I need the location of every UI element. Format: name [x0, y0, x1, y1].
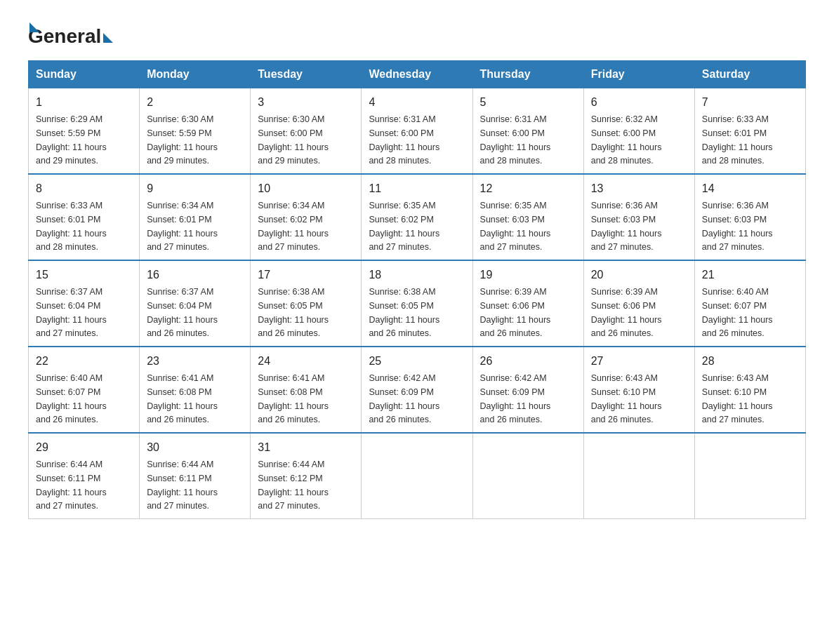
day-number: 8: [36, 180, 132, 197]
day-number: 27: [591, 353, 687, 370]
calendar-cell: 10 Sunrise: 6:34 AMSunset: 6:02 PMDaylig…: [251, 174, 362, 260]
day-info: Sunrise: 6:34 AMSunset: 6:02 PMDaylight:…: [258, 201, 329, 252]
calendar-week-row: 1 Sunrise: 6:29 AMSunset: 5:59 PMDayligh…: [29, 88, 806, 175]
calendar-cell: 24 Sunrise: 6:41 AMSunset: 6:08 PMDaylig…: [251, 347, 362, 433]
day-info: Sunrise: 6:31 AMSunset: 6:00 PMDaylight:…: [369, 114, 439, 166]
day-info: Sunrise: 6:43 AMSunset: 6:10 PMDaylight:…: [702, 373, 773, 424]
calendar-week-row: 15 Sunrise: 6:37 AMSunset: 6:04 PMDaylig…: [29, 260, 806, 347]
day-number: 7: [702, 94, 798, 111]
day-info: Sunrise: 6:31 AMSunset: 6:00 PMDaylight:…: [480, 114, 551, 166]
calendar-cell: 14 Sunrise: 6:36 AMSunset: 6:03 PMDaylig…: [694, 174, 805, 260]
calendar-cell: 30 Sunrise: 6:44 AMSunset: 6:11 PMDaylig…: [140, 433, 251, 519]
calendar-cell: 27 Sunrise: 6:43 AMSunset: 6:10 PMDaylig…: [583, 347, 694, 433]
day-number: 13: [591, 180, 687, 197]
page-header: General: [28, 21, 806, 48]
calendar-cell: 9 Sunrise: 6:34 AMSunset: 6:01 PMDayligh…: [140, 174, 251, 260]
day-info: Sunrise: 6:37 AMSunset: 6:04 PMDaylight:…: [147, 287, 218, 338]
calendar-week-row: 8 Sunrise: 6:33 AMSunset: 6:01 PMDayligh…: [29, 174, 806, 260]
day-info: Sunrise: 6:39 AMSunset: 6:06 PMDaylight:…: [480, 287, 551, 338]
day-info: Sunrise: 6:33 AMSunset: 6:01 PMDaylight:…: [36, 201, 107, 252]
calendar-cell: [583, 433, 694, 519]
day-number: 6: [591, 94, 687, 111]
calendar-cell: [472, 433, 583, 519]
day-number: 18: [369, 267, 465, 283]
day-info: Sunrise: 6:43 AMSunset: 6:10 PMDaylight:…: [591, 373, 662, 424]
calendar-cell: 7 Sunrise: 6:33 AMSunset: 6:01 PMDayligh…: [694, 88, 805, 175]
calendar-week-row: 29 Sunrise: 6:44 AMSunset: 6:11 PMDaylig…: [29, 433, 806, 519]
header-friday: Friday: [583, 61, 694, 88]
calendar-cell: 23 Sunrise: 6:41 AMSunset: 6:08 PMDaylig…: [140, 347, 251, 433]
day-number: 10: [258, 180, 354, 197]
header-monday: Monday: [140, 61, 251, 88]
calendar-cell: [694, 433, 805, 519]
calendar-cell: 18 Sunrise: 6:38 AMSunset: 6:05 PMDaylig…: [362, 260, 472, 347]
logo-arrow-icon: [29, 22, 39, 32]
day-number: 21: [702, 267, 798, 283]
calendar-cell: 15 Sunrise: 6:37 AMSunset: 6:04 PMDaylig…: [29, 260, 140, 347]
day-info: Sunrise: 6:38 AMSunset: 6:05 PMDaylight:…: [369, 287, 439, 338]
calendar-cell: 16 Sunrise: 6:37 AMSunset: 6:04 PMDaylig…: [140, 260, 251, 347]
header-saturday: Saturday: [694, 61, 805, 88]
day-info: Sunrise: 6:40 AMSunset: 6:07 PMDaylight:…: [36, 373, 107, 424]
day-info: Sunrise: 6:41 AMSunset: 6:08 PMDaylight:…: [258, 373, 329, 424]
day-info: Sunrise: 6:40 AMSunset: 6:07 PMDaylight:…: [702, 287, 773, 338]
day-number: 20: [591, 267, 687, 283]
day-number: 5: [480, 94, 576, 111]
day-number: 23: [147, 353, 243, 370]
calendar-cell: 11 Sunrise: 6:35 AMSunset: 6:02 PMDaylig…: [362, 174, 472, 260]
day-info: Sunrise: 6:44 AMSunset: 6:12 PMDaylight:…: [258, 459, 329, 511]
calendar-cell: 8 Sunrise: 6:33 AMSunset: 6:01 PMDayligh…: [29, 174, 140, 260]
day-number: 3: [258, 94, 354, 111]
day-info: Sunrise: 6:34 AMSunset: 6:01 PMDaylight:…: [147, 201, 218, 252]
day-number: 31: [258, 439, 354, 456]
day-number: 1: [36, 94, 132, 111]
day-info: Sunrise: 6:33 AMSunset: 6:01 PMDaylight:…: [702, 114, 773, 166]
calendar-cell: 26 Sunrise: 6:42 AMSunset: 6:09 PMDaylig…: [472, 347, 583, 433]
day-number: 24: [258, 353, 354, 370]
calendar-cell: 19 Sunrise: 6:39 AMSunset: 6:06 PMDaylig…: [472, 260, 583, 347]
header-sunday: Sunday: [29, 61, 140, 88]
calendar-cell: 20 Sunrise: 6:39 AMSunset: 6:06 PMDaylig…: [583, 260, 694, 347]
day-info: Sunrise: 6:35 AMSunset: 6:02 PMDaylight:…: [369, 201, 439, 252]
day-info: Sunrise: 6:29 AMSunset: 5:59 PMDaylight:…: [36, 114, 107, 166]
calendar-cell: 4 Sunrise: 6:31 AMSunset: 6:00 PMDayligh…: [362, 88, 472, 175]
day-info: Sunrise: 6:37 AMSunset: 6:04 PMDaylight:…: [36, 287, 107, 338]
day-info: Sunrise: 6:30 AMSunset: 5:59 PMDaylight:…: [147, 114, 218, 166]
calendar-cell: [362, 433, 472, 519]
day-number: 9: [147, 180, 243, 197]
calendar-cell: 28 Sunrise: 6:43 AMSunset: 6:10 PMDaylig…: [694, 347, 805, 433]
day-number: 30: [147, 439, 243, 456]
day-number: 11: [369, 180, 465, 197]
calendar-cell: 25 Sunrise: 6:42 AMSunset: 6:09 PMDaylig…: [362, 347, 472, 433]
day-number: 22: [36, 353, 132, 370]
day-number: 12: [480, 180, 576, 197]
calendar-cell: 3 Sunrise: 6:30 AMSunset: 6:00 PMDayligh…: [251, 88, 362, 175]
day-number: 17: [258, 267, 354, 283]
calendar-cell: 21 Sunrise: 6:40 AMSunset: 6:07 PMDaylig…: [694, 260, 805, 347]
day-number: 29: [36, 439, 132, 456]
day-number: 4: [369, 94, 465, 111]
day-number: 26: [480, 353, 576, 370]
calendar-cell: 2 Sunrise: 6:30 AMSunset: 5:59 PMDayligh…: [140, 88, 251, 175]
day-info: Sunrise: 6:30 AMSunset: 6:00 PMDaylight:…: [258, 114, 329, 166]
calendar-cell: 1 Sunrise: 6:29 AMSunset: 5:59 PMDayligh…: [29, 88, 140, 175]
calendar-cell: 5 Sunrise: 6:31 AMSunset: 6:00 PMDayligh…: [472, 88, 583, 175]
calendar-cell: 29 Sunrise: 6:44 AMSunset: 6:11 PMDaylig…: [29, 433, 140, 519]
day-info: Sunrise: 6:39 AMSunset: 6:06 PMDaylight:…: [591, 287, 662, 338]
day-info: Sunrise: 6:44 AMSunset: 6:11 PMDaylight:…: [36, 459, 107, 511]
header-thursday: Thursday: [472, 61, 583, 88]
day-info: Sunrise: 6:38 AMSunset: 6:05 PMDaylight:…: [258, 287, 329, 338]
day-number: 28: [702, 353, 798, 370]
day-info: Sunrise: 6:41 AMSunset: 6:08 PMDaylight:…: [147, 373, 218, 424]
calendar-cell: 22 Sunrise: 6:40 AMSunset: 6:07 PMDaylig…: [29, 347, 140, 433]
day-number: 14: [702, 180, 798, 197]
day-number: 2: [147, 94, 243, 111]
day-number: 19: [480, 267, 576, 283]
calendar-cell: 6 Sunrise: 6:32 AMSunset: 6:00 PMDayligh…: [583, 88, 694, 175]
day-number: 15: [36, 267, 132, 283]
day-info: Sunrise: 6:36 AMSunset: 6:03 PMDaylight:…: [591, 201, 662, 252]
calendar-table: SundayMondayTuesdayWednesdayThursdayFrid…: [28, 60, 806, 519]
calendar-cell: 13 Sunrise: 6:36 AMSunset: 6:03 PMDaylig…: [583, 174, 694, 260]
calendar-week-row: 22 Sunrise: 6:40 AMSunset: 6:07 PMDaylig…: [29, 347, 806, 433]
day-info: Sunrise: 6:44 AMSunset: 6:11 PMDaylight:…: [147, 459, 218, 511]
